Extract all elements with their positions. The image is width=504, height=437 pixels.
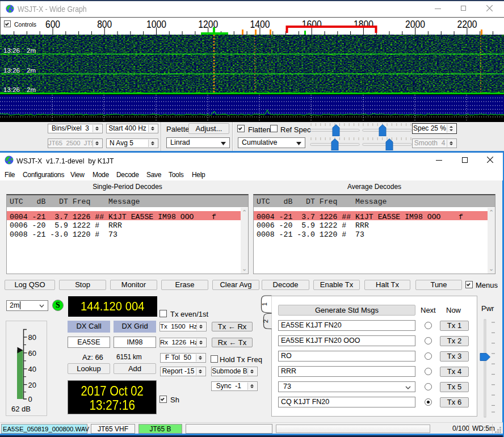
svg-text:800: 800 [97, 18, 112, 30]
svg-text:13:26: 13:26 [3, 47, 20, 54]
svg-text:600: 600 [45, 18, 60, 30]
svg-text:2: 2 [262, 320, 269, 323]
svg-text:1: 1 [261, 302, 268, 306]
svg-text:0: 0 [28, 395, 32, 404]
svg-text:1000: 1000 [146, 18, 166, 30]
svg-text:13:26: 13:26 [3, 86, 20, 93]
svg-text:2m: 2m [27, 67, 36, 74]
svg-text:40: 40 [28, 365, 36, 373]
svg-text:80: 80 [28, 333, 36, 342]
svg-text:60: 60 [28, 349, 36, 358]
svg-text:2m: 2m [27, 47, 36, 54]
svg-text:2m: 2m [27, 86, 36, 93]
svg-text:1600: 1600 [302, 18, 322, 30]
svg-text:2000: 2000 [405, 18, 425, 30]
svg-text:1400: 1400 [250, 18, 270, 30]
svg-text:13:26: 13:26 [3, 67, 20, 74]
svg-text:62 dB: 62 dB [11, 405, 31, 413]
svg-text:2200: 2200 [457, 18, 477, 30]
svg-text:20: 20 [28, 381, 36, 389]
svg-text:1800: 1800 [354, 18, 373, 30]
